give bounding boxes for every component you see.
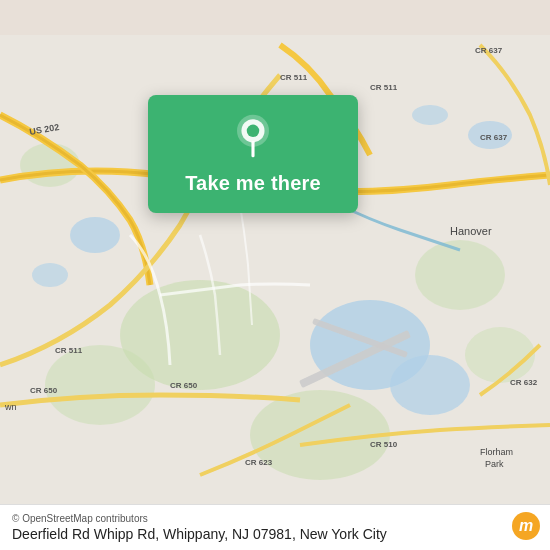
svg-point-3 (70, 217, 120, 253)
map-attribution: © OpenStreetMap contributors (12, 513, 538, 524)
svg-text:Hanover: Hanover (450, 225, 492, 237)
take-me-there-button[interactable]: Take me there (185, 171, 321, 195)
svg-text:CR 511: CR 511 (280, 73, 308, 82)
svg-point-4 (32, 263, 68, 287)
svg-text:CR 623: CR 623 (245, 458, 273, 467)
svg-text:Florham: Florham (480, 447, 513, 457)
svg-text:CR 511: CR 511 (370, 83, 398, 92)
svg-text:CR 511: CR 511 (55, 346, 83, 355)
svg-text:CR 650: CR 650 (30, 386, 58, 395)
svg-point-34 (247, 125, 259, 137)
map-pin-icon (229, 113, 277, 161)
location-card: Take me there (148, 95, 358, 213)
svg-point-10 (415, 240, 505, 310)
svg-point-9 (45, 345, 155, 425)
svg-point-6 (412, 105, 448, 125)
svg-text:CR 510: CR 510 (370, 440, 398, 449)
svg-text:CR 632: CR 632 (510, 378, 538, 387)
address-label: Deerfield Rd Whipp Rd, Whippany, NJ 0798… (12, 526, 538, 542)
svg-text:CR 637: CR 637 (480, 133, 508, 142)
svg-text:CR 637: CR 637 (475, 46, 503, 55)
svg-point-12 (465, 327, 535, 383)
moovit-icon: m (512, 512, 540, 540)
svg-text:CR 650: CR 650 (170, 381, 198, 390)
bottom-bar: © OpenStreetMap contributors Deerfield R… (0, 504, 550, 550)
map-container: US 202 NJ 10 NJ 10 CR 511 CR 511 CR 637 … (0, 0, 550, 550)
svg-point-11 (20, 143, 80, 187)
svg-point-2 (390, 355, 470, 415)
moovit-logo: m (512, 512, 540, 540)
svg-text:Park: Park (485, 459, 504, 469)
map-background: US 202 NJ 10 NJ 10 CR 511 CR 511 CR 637 … (0, 0, 550, 550)
svg-text:wn: wn (4, 402, 17, 412)
